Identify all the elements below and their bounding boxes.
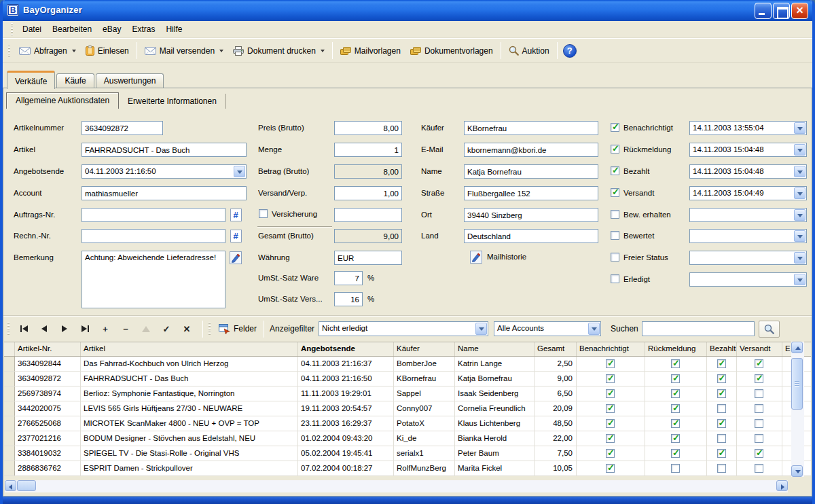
rechn-nr-generate-button[interactable]: # [229,229,242,242]
dokumentvorlagen-button[interactable]: Dokumentvorlagen [405,43,498,58]
titlebar[interactable]: B BayOrganizer [0,0,815,21]
cell-artikel[interactable]: ESPRIT Damen - Strickpullover [81,461,298,475]
cell-kaeufer[interactable]: KBornefrau [394,372,455,386]
strasse-field[interactable] [464,186,598,200]
umst-vers-field[interactable] [334,292,363,306]
bezahlt-cell-checkbox[interactable] [717,359,726,368]
column-header-kaeufer[interactable]: Käufer [394,342,455,356]
cell-bezahlt[interactable] [707,446,737,461]
toolbar-grip[interactable] [209,323,211,335]
kaeufer-field[interactable] [464,121,598,135]
column-header-gesamt[interactable]: Gesamt [535,342,577,356]
cell-rueckmeldung[interactable] [645,401,707,416]
last-record-button[interactable] [75,321,95,337]
land-field[interactable] [464,229,598,243]
cell-gesamt[interactable]: 6,50 [535,386,577,401]
cell-artikelnr[interactable]: 3634092844 [15,357,81,371]
rueckmeldung-cell-checkbox[interactable] [671,434,680,443]
freier-status-date-combo[interactable] [689,251,807,265]
cell-angebotsende[interactable]: 11.11.2003 19:29:01 [298,386,394,401]
table-row[interactable]: 3384019032SPIEGEL TV - Die Stasi-Rolle -… [4,446,811,461]
cell-blank[interactable] [782,386,792,401]
cell-angebotsende[interactable]: 23.11.2003 16:29:37 [298,416,394,431]
vertical-scrollbar[interactable] [791,342,804,477]
benachrichtigt-cell-checkbox[interactable] [606,434,615,443]
cell-versandt[interactable] [737,401,782,416]
tab-auswertungen[interactable]: Auswertungen [96,73,164,88]
rueckmeldung-cell-checkbox[interactable] [671,404,680,413]
accounts-combo[interactable]: Alle Accounts [494,321,601,336]
chevron-down-icon[interactable] [794,187,805,199]
angebotsende-combo[interactable]: 04.11.2003 21:16:50 [82,164,247,179]
chevron-down-icon[interactable] [475,323,487,335]
chevron-down-icon[interactable] [794,166,805,177]
mailvorlagen-button[interactable]: Mailvorlagen [336,43,405,58]
next-record-button[interactable] [54,321,75,337]
auftrags-nr-field[interactable] [82,208,225,222]
cell-bezahlt[interactable] [707,416,737,431]
chevron-down-icon[interactable] [794,274,805,285]
cell-artikel[interactable]: LEVIS 565 Girls Hüftjeans 27/30 - NEUWAR… [81,401,298,416]
menge-field[interactable] [334,143,402,157]
cell-benachrichtigt[interactable] [577,461,645,475]
bewertet-checkbox[interactable] [611,231,619,240]
cell-angebotsende[interactable]: 04.11.2003 21:16:37 [298,357,394,371]
cell-blank[interactable] [782,416,792,431]
freier-status-checkbox[interactable] [611,253,619,262]
versandt-cell-checkbox[interactable] [755,419,763,428]
bewertet-date-combo[interactable] [689,229,807,243]
cell-kaeufer[interactable]: Conny007 [394,401,455,416]
table-row[interactable]: 3634092844Das Fahrrad-Kochbuch von Ulric… [4,357,811,372]
dokument-drucken-button[interactable]: Dokument drucken [228,43,329,58]
versandt-cell-checkbox[interactable] [755,449,763,458]
anzeigefilter-combo[interactable]: Nicht erledigt [319,321,488,336]
cell-artikelnr[interactable]: 2569738974 [15,386,81,401]
cell-name[interactable]: Bianka Herold [455,431,535,446]
cell-gesamt[interactable]: 2,50 [535,357,577,371]
scroll-left-button[interactable] [5,480,16,491]
auftrags-nr-generate-button[interactable]: # [229,208,242,221]
versandt-cell-checkbox[interactable] [755,464,763,473]
tab-erweiterte-informationen[interactable]: Erweiterte Informationen [119,94,226,109]
cell-benachrichtigt[interactable] [577,386,645,401]
cell-versandt[interactable] [737,357,782,371]
benachrichtigt-date-combo[interactable]: 14.11.2003 13:55:04 [689,121,807,135]
rueckmeldung-cell-checkbox[interactable] [671,464,680,473]
benachrichtigt-cell-checkbox[interactable] [606,464,615,473]
versandt-cell-checkbox[interactable] [755,374,763,383]
table-row[interactable]: 3442020075LEVIS 565 Girls Hüftjeans 27/3… [4,401,811,416]
cell-bezahlt[interactable] [707,372,737,386]
versandt-cell-checkbox[interactable] [755,359,763,368]
preis-field[interactable] [334,121,402,135]
toolbar-grip[interactable] [8,45,10,57]
column-header-name[interactable]: Name [455,342,535,356]
cell-rueckmeldung[interactable] [645,386,707,401]
versandt-cell-checkbox[interactable] [755,404,763,413]
cell-blank[interactable] [782,446,792,461]
cell-gesamt[interactable]: 7,50 [535,446,577,461]
cell-rueckmeldung[interactable] [645,461,707,475]
cell-bezahlt[interactable] [707,386,737,401]
erledigt-checkbox[interactable] [611,274,619,283]
cell-bezahlt[interactable] [707,461,737,475]
close-button[interactable] [791,3,808,19]
tab-kaeufe[interactable]: Käufe [56,73,94,88]
name-field[interactable] [464,164,598,179]
cell-name[interactable]: Cornelia Freundlich [455,401,535,416]
cell-benachrichtigt[interactable] [577,372,645,386]
cell-benachrichtigt[interactable] [577,357,645,371]
cell-angebotsende[interactable]: 04.11.2003 21:16:50 [298,372,394,386]
cell-versandt[interactable] [737,416,782,431]
chevron-down-icon[interactable] [794,252,805,264]
column-header-versandt[interactable]: Versandt [737,342,782,356]
cell-artikelnr[interactable]: 3384019032 [15,446,81,461]
cell-gesamt[interactable]: 10,05 [535,461,577,475]
cell-kaeufer[interactable]: RolfMunzBerg [394,461,455,475]
artikelnummer-field[interactable] [82,121,163,135]
table-row[interactable]: 3634092872FAHRRADSUCHT - Das Buch04.11.2… [4,372,811,386]
cell-artikel[interactable]: MICROTEK ScanMaker 4800 - NEU + OVP = TO… [81,416,298,431]
cell-rueckmeldung[interactable] [645,446,707,461]
bemerkung-field[interactable]: Achtung: Abweichende Lieferadresse! [82,251,225,308]
rueckmeldung-cell-checkbox[interactable] [671,449,680,458]
umst-ware-field[interactable] [334,271,363,285]
